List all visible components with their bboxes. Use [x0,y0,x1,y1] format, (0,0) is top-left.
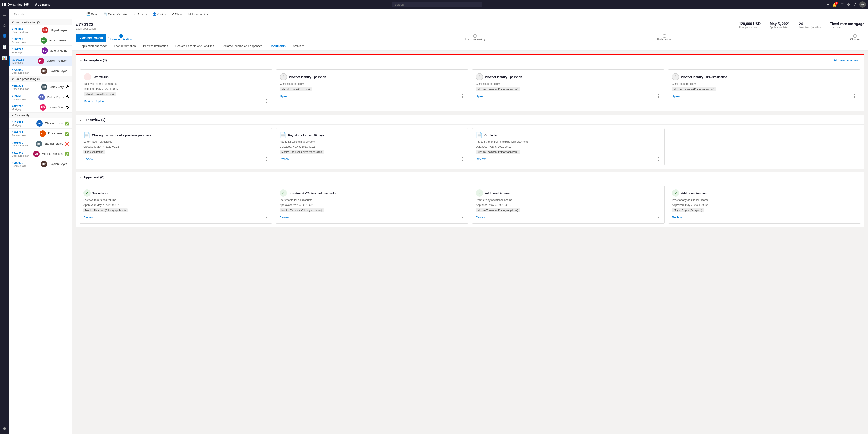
doc-more-button[interactable]: ⋮ [657,215,661,220]
list-section-header[interactable]: ∨ Loan verification (5) [9,20,72,25]
doc-status-icon: ✓ [84,189,91,197]
doc-more-button[interactable]: ⋮ [657,156,661,161]
doc-action-review[interactable]: Review [476,216,486,219]
chevron-icon: ∨ [80,118,82,121]
doc-card-header: ✓ Additional income [672,189,857,197]
doc-more-button[interactable]: ⋮ [460,94,465,98]
active-stage-button[interactable]: Loan application [76,34,106,41]
tab-documents[interactable]: Documents [266,42,289,51]
list-item[interactable]: #561900 Unsecured loan BS Brandon Stuart… [9,139,72,149]
tab-declared-assets-and-liabilities[interactable]: Declared assets and liabilities [172,42,218,51]
stage-inner[interactable]: Closure [850,34,860,41]
settings-icon[interactable]: ⚙ [847,2,850,7]
doc-action-review[interactable]: Review [672,216,682,219]
tab-parties--information[interactable]: Parties' information [140,42,172,51]
list-item[interactable]: #819342 Unsecured loan MT Monica Thomson… [9,149,72,159]
list-item[interactable]: #198364 Unsecured loan MR Miguel Reyes [9,25,72,35]
check-icon[interactable]: ✓ [820,2,823,7]
doc-more-button[interactable]: ⋮ [852,94,857,98]
user-avatar[interactable]: MT [860,1,866,8]
stage-wrapper: Closure [672,34,860,41]
list-item[interactable]: #600078 Secured loan HR Hayden Reyes [9,159,72,169]
stage-inner[interactable]: Loan processing [465,34,485,41]
record-meta-value: 24 [799,22,820,26]
more-button[interactable]: ... [211,11,218,17]
record-meta-value: May 5, 2021 [770,22,790,26]
doc-action-review[interactable]: Review [84,99,94,103]
list-item[interactable]: #982221 Unsecured loan CG Corey Gray ⏱ [9,82,72,92]
stage-circle [663,34,666,38]
sidebar-icon-reports[interactable]: 📋 [1,43,8,51]
doc-card-badge: Monica Thomson (Primary applicant) [280,209,324,212]
doc-action-review[interactable]: Review [84,216,93,219]
doc-card-actions: Review ⋮ [84,215,268,220]
help-icon[interactable]: ? [854,2,856,6]
cancel-archive-button[interactable]: 📄 Cancel/Archive [101,11,130,17]
stage-inner[interactable]: Loan verification [110,34,132,41]
section-header[interactable]: ∨ Incomplete (4) + Add new document [76,55,864,66]
assign-button[interactable]: 👤 Assign [150,11,168,17]
add-new-document-button[interactable]: + Add new document [829,58,860,63]
sidebar-icon-home[interactable]: ⌂ [1,22,8,29]
apps-icon[interactable] [2,3,6,6]
notifications-icon[interactable]: 🔔1 [833,2,837,7]
doc-action-review[interactable]: Review [476,157,486,161]
tab-loan-information[interactable]: Loan information [110,42,140,51]
sidebar-icon-settings[interactable]: ⚙ [1,425,8,432]
filter-icon[interactable]: ▽ [841,2,843,7]
list-section-header[interactable]: ∨ Closure (5) [9,113,72,119]
doc-card-title: Investments/Retirement accounts [289,191,336,195]
tab-declared-income-and-expenses[interactable]: Declared income and expenses [218,42,266,51]
doc-action-review[interactable]: Review [280,216,289,219]
list-search-input[interactable] [12,11,69,18]
doc-more-button[interactable]: ⋮ [656,94,660,98]
list-item[interactable]: #197765 Mortgage SM Serena Morris [9,46,72,56]
doc-action-upload[interactable]: Upload [476,94,485,98]
share-button[interactable]: ↗ Share [169,11,185,17]
doc-action-upload[interactable]: Upload [672,94,681,98]
list-item[interactable]: #770123 Mortgage MT Monica Thomson [9,56,72,66]
doc-more-button[interactable]: ⋮ [460,156,465,161]
add-icon[interactable]: + [827,2,829,6]
doc-action-upload[interactable]: Upload [280,94,289,98]
process-next-button[interactable]: › [860,33,864,42]
list-item[interactable]: #106728 Secured loan AL Adrian Lawson [9,35,72,46]
doc-action-review[interactable]: Review [280,157,289,161]
list-section-header[interactable]: ∨ Loan processing (3) [9,76,72,82]
doc-more-button[interactable]: ⋮ [265,98,269,103]
tab-activities[interactable]: Activities [289,42,308,51]
sidebar-icon-menu[interactable]: ☰ [1,11,8,18]
doc-more-button[interactable]: ⋮ [853,215,857,220]
item-name: Corey Gray [50,86,64,89]
list-item[interactable]: #112391 Mortgage EI Elizabeth Irwin ✅ [9,119,72,129]
section-header[interactable]: ∨ Approved (6) [76,173,864,182]
sidebar-icon-chart[interactable]: 📊 [1,54,8,61]
tab-application-snapshot[interactable]: Application snapshot [76,42,110,51]
list-item[interactable]: #829263 Mortgage RG Rowan Gray ⏱ [9,102,72,113]
list-item[interactable]: #197630 Secured loan PR Parker Reyes ⏱ [9,92,72,102]
doc-cards: ✓ Tax returns Last two federal tax retur… [76,182,864,227]
list-item[interactable]: #728940 Unsecured loan HR Hayden Reyes [9,66,72,76]
doc-more-button[interactable]: ⋮ [264,156,268,161]
sidebar-icon-people[interactable]: 👤 [1,33,8,40]
email-link-button[interactable]: ✉ Email a Link [186,11,210,17]
doc-card: ✓ Additional income Proof of any additio… [668,186,861,223]
section-header[interactable]: ∨ For review (3) [76,115,864,125]
doc-action-upload[interactable]: Upload [96,99,105,103]
item-name: Kayla Lewis [48,132,63,135]
doc-more-button[interactable]: ⋮ [460,215,465,220]
doc-more-button[interactable]: ⋮ [264,215,268,220]
global-search-input[interactable] [392,2,482,7]
list-panel-content: ∨ Loan verification (5) #198364 Unsecure… [9,20,72,434]
record-meta-value: Fixed-rate mortgage [830,22,864,26]
save-button[interactable]: 💾 Save [84,11,100,17]
stage-inner[interactable]: Underwriting [657,34,672,41]
back-button[interactable]: ← [76,11,83,17]
list-item[interactable]: #997261 Secured loan KL Kayla Lewis ✅ [9,129,72,139]
cancel-icon: 📄 [103,12,107,16]
item-info: #112391 Mortgage [12,121,34,127]
stage-divider [485,37,657,38]
doc-action-review[interactable]: Review [84,157,93,161]
process-collapse-button[interactable]: ‹ [106,33,110,41]
refresh-button[interactable]: ↻ Refresh [131,11,149,17]
